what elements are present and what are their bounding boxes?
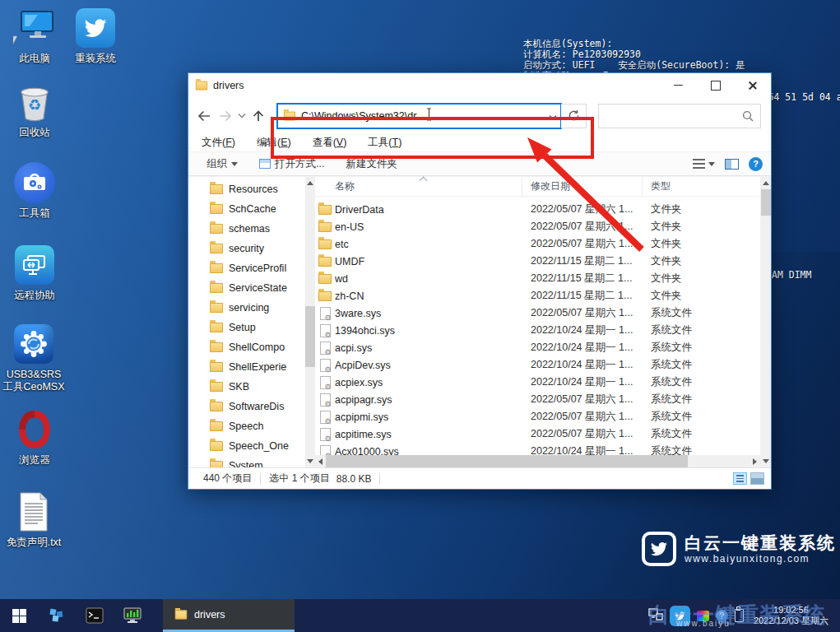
help-tray-icon[interactable]: [716, 610, 728, 622]
tree-item[interactable]: ShellCompo: [188, 337, 305, 357]
up-button[interactable]: [251, 109, 266, 123]
tree-scrollbar[interactable]: [305, 177, 315, 467]
clock-time: 19:02:56: [754, 605, 828, 616]
file-row[interactable]: 1394ohci.sys 2022/10/24 星期一 1... 系统文件: [315, 322, 760, 339]
file-type-icon: [320, 307, 331, 320]
tree-item[interactable]: schemas: [188, 219, 305, 239]
tree-item[interactable]: SchCache: [188, 199, 305, 219]
menu-item[interactable]: 工具(T): [368, 136, 401, 150]
desktop-icon-reinstall[interactable]: 重装系统: [66, 7, 125, 65]
forward-button[interactable]: [217, 109, 233, 123]
tree-item[interactable]: servicing: [188, 298, 305, 318]
menu-bar: 文件(F) 编辑(E) 查看(V) 工具(T): [188, 134, 771, 152]
desktop-icon-browser[interactable]: 浏览器: [5, 408, 64, 467]
menu-item[interactable]: 编辑(E): [257, 136, 291, 150]
watermark-url: www.baiyunxitong.com: [685, 553, 836, 565]
column-header-type[interactable]: 类型: [643, 177, 760, 196]
desktop-icon-label: 浏览器: [19, 454, 50, 467]
preview-pane-icon[interactable]: [725, 159, 739, 170]
desktop-icon-disclaimer-txt[interactable]: 免责声明.txt: [2, 490, 66, 549]
tree-item[interactable]: Speech_One: [188, 436, 305, 456]
tree-item[interactable]: Setup: [188, 318, 305, 337]
tree-item[interactable]: SoftwareDis: [188, 397, 305, 416]
change-view-button[interactable]: [693, 159, 715, 169]
new-folder-button[interactable]: 新建文件夹: [346, 157, 397, 171]
tree-item[interactable]: ServiceProfil: [188, 258, 305, 278]
file-row[interactable]: etc 2022/05/07 星期六 1... 文件夹: [315, 235, 760, 253]
scroll-down-arrow[interactable]: [763, 459, 769, 463]
minimize-button[interactable]: [660, 73, 697, 97]
tree-item[interactable]: security: [188, 239, 305, 258]
taskbar-registry-tool-icon[interactable]: [38, 599, 76, 632]
menu-item[interactable]: 文件(F): [202, 136, 235, 150]
tree-item[interactable]: ShellExperie: [188, 357, 305, 377]
open-with-button[interactable]: 打开方式...: [259, 157, 324, 171]
help-icon[interactable]: [749, 157, 763, 171]
bird-tray-icon[interactable]: [670, 606, 690, 626]
close-button[interactable]: [734, 73, 771, 97]
taskbar-task-manager-icon[interactable]: [114, 599, 151, 632]
file-list-scrollbar[interactable]: [760, 177, 771, 467]
folder-icon: [210, 342, 223, 352]
desktop-icon-remote-assist[interactable]: 远程协助: [5, 244, 64, 302]
network-tray-icon[interactable]: [648, 607, 663, 624]
desktop-icon-toolbox[interactable]: 工具箱: [5, 161, 64, 220]
start-button[interactable]: [0, 599, 38, 632]
title-bar[interactable]: drivers: [188, 73, 771, 97]
desktop-icon-usb3-srs[interactable]: USB3&SRS工具CeoMSX: [2, 323, 66, 393]
organize-button[interactable]: 组织: [207, 157, 238, 171]
file-type-icon: [320, 359, 331, 372]
desktop-icon-recycle-bin[interactable]: ♻ 回收站: [5, 81, 64, 139]
file-row[interactable]: acpitime.sys 2022/05/07 星期六 1... 系统文件: [315, 425, 760, 443]
command-bar: 组织 打开方式... 新建文件夹: [188, 152, 771, 176]
taskbar-clock[interactable]: 19:02:56 2022/12/03 星期六: [750, 605, 835, 626]
file-row[interactable]: UMDF 2022/11/15 星期二 1... 文件夹: [315, 253, 760, 270]
tree-scrollbar-thumb[interactable]: [305, 306, 315, 367]
horizontal-scrollbar-thumb[interactable]: [326, 455, 688, 467]
folder-icon: [210, 283, 223, 293]
column-header-date[interactable]: 修改日期: [522, 177, 643, 196]
file-row[interactable]: DriverData 2022/05/07 星期六 1... 文件夹: [315, 201, 760, 218]
file-row[interactable]: wd 2022/11/15 星期二 1... 文件夹: [315, 270, 760, 287]
search-input[interactable]: [598, 104, 761, 128]
desktop-icon-this-pc[interactable]: 此电脑: [5, 7, 64, 65]
menu-item[interactable]: 查看(V): [313, 136, 347, 150]
scroll-right-arrow[interactable]: [753, 458, 757, 465]
back-button[interactable]: [197, 109, 212, 123]
tree-item[interactable]: ServiceState: [188, 278, 305, 298]
horizontal-scrollbar[interactable]: [315, 455, 760, 467]
svg-text:♻: ♻: [28, 96, 42, 114]
tree-item[interactable]: Resources: [188, 179, 305, 199]
color-settings-tray-icon[interactable]: [697, 611, 709, 621]
taskbar-app-drivers[interactable]: drivers: [163, 599, 295, 632]
usb3-srs-icon: [12, 323, 55, 365]
refresh-button[interactable]: [561, 104, 587, 128]
file-row[interactable]: acpi.sys 2022/10/24 星期一 1... 系统文件: [315, 339, 760, 356]
address-dropdown-chevron-icon[interactable]: [549, 109, 557, 123]
scroll-up-arrow[interactable]: [307, 181, 313, 185]
details-view-button[interactable]: [733, 472, 747, 485]
file-row[interactable]: en-US 2022/05/07 星期六 1... 文件夹: [315, 218, 760, 235]
file-row[interactable]: Acx01000.sys 2022/10/24 星期一 1... 系统文件: [315, 443, 760, 455]
scroll-left-arrow[interactable]: [318, 458, 323, 465]
file-row[interactable]: acpipmi.sys 2022/05/07 星期六 1... 系统文件: [315, 408, 760, 425]
scroll-up-arrow[interactable]: [763, 181, 769, 185]
taskbar-cmd-icon[interactable]: [76, 599, 114, 632]
address-bar-input[interactable]: C:\Windows\System32\drivers: [277, 104, 561, 128]
file-row[interactable]: 3ware.sys 2022/05/07 星期六 1... 系统文件: [315, 304, 760, 322]
file-row[interactable]: zh-CN 2022/11/15 星期二 1... 文件夹: [315, 287, 760, 304]
usb-tray-icon[interactable]: [735, 609, 744, 622]
maximize-button[interactable]: [697, 73, 734, 97]
file-row[interactable]: AcpiDev.sys 2022/10/24 星期一 1... 系统文件: [315, 356, 760, 374]
recent-locations-chevron-icon[interactable]: [238, 113, 246, 118]
file-scrollbar-thumb[interactable]: [761, 189, 771, 216]
navigation-bar: C:\Windows\System32\drivers: [188, 97, 771, 134]
tree-item[interactable]: System: [188, 456, 305, 467]
file-row[interactable]: acpipagr.sys 2022/05/07 星期六 1... 系统文件: [315, 391, 760, 408]
tree-item[interactable]: SKB: [188, 377, 305, 397]
tree-item[interactable]: Speech: [188, 416, 305, 436]
file-row[interactable]: acpiex.sys 2022/10/24 星期一 1... 系统文件: [315, 374, 760, 391]
caret-down-icon: [708, 162, 715, 166]
scroll-down-arrow[interactable]: [307, 459, 313, 463]
thumbnail-view-button[interactable]: [750, 472, 764, 485]
